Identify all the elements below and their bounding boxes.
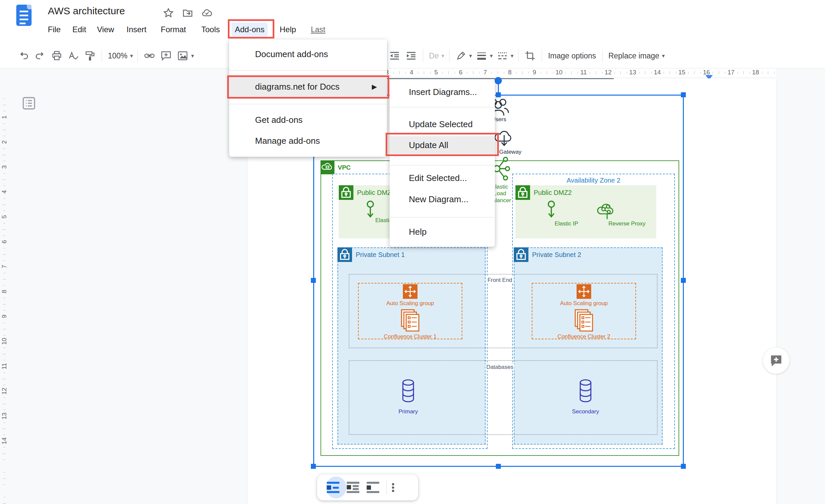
menu-file[interactable]: File xyxy=(45,22,64,36)
menu-insert[interactable]: Insert xyxy=(123,22,150,36)
vpc-label: VPC xyxy=(338,164,351,171)
wrap-text-button[interactable] xyxy=(346,481,360,494)
last-edit-link[interactable]: Last edit was seconds ago xyxy=(311,22,340,36)
more-image-options-button[interactable] xyxy=(390,482,396,493)
submenu-item-update-selected[interactable]: Update Selected xyxy=(390,116,495,132)
border-color-caret-icon[interactable]: ▾ xyxy=(469,53,472,60)
subnet1-lock-icon xyxy=(338,247,352,262)
dmz1-lock-icon xyxy=(339,185,353,200)
redo-icon[interactable] xyxy=(34,50,46,62)
ruler-number: 2 xyxy=(1,141,8,144)
break-text-button[interactable] xyxy=(366,481,380,494)
ruler-number: 10 xyxy=(1,338,8,345)
elastic-ip1-icon xyxy=(364,200,377,219)
rotate-handle[interactable] xyxy=(495,77,502,84)
gateway-label: Gateway xyxy=(499,149,521,155)
crop-image-icon[interactable] xyxy=(524,50,536,62)
add-comment-fab[interactable] xyxy=(763,347,790,374)
ruler-number: 13 xyxy=(1,412,8,419)
primary-db-icon xyxy=(400,379,416,403)
paint-format-icon[interactable] xyxy=(84,50,96,62)
elastic-ip2-icon xyxy=(545,200,558,219)
menu-item-get-add-ons[interactable]: Get add-ons xyxy=(229,112,387,128)
subnet2-lock-icon xyxy=(514,247,528,262)
document-title[interactable]: AWS architecture xyxy=(48,5,125,17)
gateway-icon xyxy=(493,127,516,148)
menu-separator xyxy=(390,165,495,165)
ruler-number: 6 xyxy=(459,69,463,76)
resize-handle-middle-right[interactable] xyxy=(681,278,686,283)
resize-handle-top-right[interactable] xyxy=(681,92,686,97)
add-comment-icon[interactable] xyxy=(160,50,172,62)
replace-image-button[interactable]: Replace image xyxy=(608,52,659,61)
increase-indent-icon[interactable] xyxy=(405,50,417,62)
menu-item-manage-add-ons[interactable]: Manage add-ons xyxy=(229,133,387,149)
ruler-number: 8 xyxy=(508,69,512,76)
submenu-item-new-diagram[interactable]: New Diagram... xyxy=(390,191,495,207)
ruler-number: 7 xyxy=(1,265,8,269)
menu-separator xyxy=(229,104,387,104)
dmz2-lock-icon xyxy=(516,185,530,200)
submenu-item-insert-diagrams[interactable]: Insert Diagrams... xyxy=(390,84,495,100)
resize-handle-bottom-right[interactable] xyxy=(681,464,686,469)
undo-icon[interactable] xyxy=(18,50,29,62)
ruler-number: 13 xyxy=(629,69,636,76)
resize-handle-bottom-center[interactable] xyxy=(496,464,501,469)
border-weight-icon[interactable] xyxy=(476,50,487,62)
ruler-number: 1 xyxy=(1,115,8,119)
border-dash-icon[interactable] xyxy=(497,50,508,62)
ruler-number: 3 xyxy=(1,165,8,169)
menu-format[interactable]: Format xyxy=(157,22,189,36)
ruler-number: 10 xyxy=(555,69,562,76)
zoom-caret-icon[interactable]: ▾ xyxy=(130,53,133,60)
decrease-indent-icon[interactable] xyxy=(389,50,400,62)
ruler-number: 12 xyxy=(1,388,8,395)
menu-edit[interactable]: Edit xyxy=(69,22,89,36)
confluence-cluster1-label: Confluence Cluster 1 xyxy=(384,333,437,340)
diagrams-net-label: diagrams.net for Docs xyxy=(255,82,340,92)
pill-divider xyxy=(386,480,387,495)
resize-handle-bottom-left[interactable] xyxy=(311,464,316,469)
ruler-number: 4 xyxy=(410,69,414,76)
resize-handle-top-center[interactable] xyxy=(496,92,501,97)
primary-db-label: Primary xyxy=(398,408,418,415)
submenu-arrow-icon: ▶ xyxy=(372,76,377,98)
menu-help[interactable]: Help xyxy=(276,22,299,36)
ruler-number: 6 xyxy=(1,240,8,244)
add-ons-dropdown-menu: Document add-ons diagrams.net for Docs ▶… xyxy=(229,39,387,157)
move-folder-icon[interactable] xyxy=(182,7,193,19)
submenu-item-update-all[interactable]: Update All xyxy=(390,136,495,154)
star-icon[interactable] xyxy=(163,7,174,19)
border-dash-caret-icon[interactable]: ▾ xyxy=(511,53,514,60)
print-icon[interactable] xyxy=(51,50,62,62)
menu-item-diagrams-net[interactable]: diagrams.net for Docs ▶ xyxy=(229,76,387,98)
asg2-icon xyxy=(577,284,591,299)
menu-item-document-add-ons[interactable]: Document add-ons xyxy=(229,46,387,62)
menu-bar: File Edit View Insert Format Tools Add-o… xyxy=(0,22,332,38)
zoom-select[interactable]: 100% xyxy=(108,52,128,61)
menu-add-ons[interactable]: Add-ons xyxy=(231,22,268,36)
submenu-item-help[interactable]: Help xyxy=(390,224,495,240)
elastic-ip2-label: Elastic IP xyxy=(555,221,578,227)
cloud-status-icon[interactable] xyxy=(201,7,213,19)
document-outline-icon[interactable] xyxy=(22,96,36,110)
insert-image-icon[interactable] xyxy=(177,50,188,62)
insert-image-caret-icon[interactable]: ▾ xyxy=(191,53,194,60)
menu-tools[interactable]: Tools xyxy=(198,22,223,36)
border-weight-caret-icon[interactable]: ▾ xyxy=(490,53,493,60)
image-options-button[interactable]: Image options xyxy=(548,52,596,61)
ruler-number: 8 xyxy=(1,290,8,293)
submenu-item-edit-selected[interactable]: Edit Selected... xyxy=(390,170,495,186)
resize-handle-middle-left[interactable] xyxy=(311,278,316,283)
asg1-icon xyxy=(403,284,418,299)
spellcheck-icon[interactable] xyxy=(68,50,79,62)
reverse-proxy-icon xyxy=(595,198,618,220)
ruler-number: 5 xyxy=(1,215,8,219)
wrap-inline-button[interactable] xyxy=(326,481,340,494)
border-color-icon[interactable] xyxy=(455,50,467,62)
confluence-cluster2-icon xyxy=(574,309,594,332)
ruler-number: 11 xyxy=(580,69,587,76)
menu-view[interactable]: View xyxy=(94,22,118,36)
insert-link-icon[interactable] xyxy=(144,50,155,62)
replace-image-caret-icon[interactable]: ▾ xyxy=(662,53,665,60)
